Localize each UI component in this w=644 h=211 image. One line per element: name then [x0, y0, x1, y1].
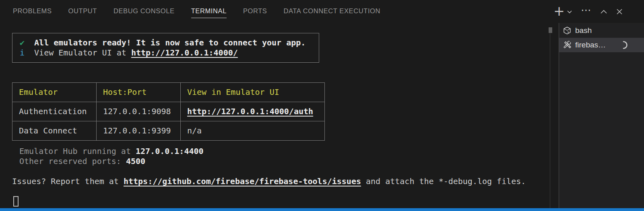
issues-link[interactable]: https://github.com/firebase/firebase-too…: [124, 176, 361, 186]
new-terminal-plus-icon[interactable]: +: [553, 4, 565, 18]
hub-info-block: Emulator Hub running at 127.0.0.1:4400 O…: [12, 146, 549, 166]
scrollbar-track: [550, 28, 550, 208]
tab-terminal[interactable]: TERMINAL: [191, 5, 227, 18]
hub-prefix: Emulator Hub running at: [19, 146, 136, 156]
terminal-scrollbar[interactable]: [549, 23, 559, 208]
issues-prefix: Issues? Report them at: [12, 176, 124, 186]
table-row: Authentication 127.0.0.1:9098 http://127…: [12, 102, 325, 121]
ready-message-text: All emulators ready! It is now safe to c…: [34, 38, 305, 47]
header-host-port: Host:Port: [97, 83, 181, 102]
terminal-list-label: firebas…: [575, 41, 606, 49]
reserved-ports-value: 4500: [126, 156, 145, 166]
tab-data-connect-execution[interactable]: DATA CONNECT EXECUTION: [283, 5, 380, 18]
cell-host-port: 127.0.0.1:9098: [97, 102, 181, 121]
terminal-list-sidebar: $ bash firebas…: [559, 23, 644, 208]
cell-emulator-name: Authentication: [12, 102, 97, 121]
emulator-ui-link[interactable]: http://127.0.0.1:4000/: [131, 48, 238, 57]
close-panel-x-icon[interactable]: [616, 8, 623, 15]
terminal-cursor: [13, 196, 19, 207]
header-emulator: Emulator: [12, 83, 97, 102]
emulator-ui-line: iView Emulator UI at http://127.0.0.1:40…: [20, 48, 315, 58]
check-icon: ✔: [20, 38, 25, 47]
cell-view-ui: n/a: [181, 121, 325, 141]
panel-main: ✔All emulators ready! It is now safe to …: [0, 23, 644, 208]
terminal-list-item-bash[interactable]: $ bash: [559, 23, 644, 38]
launch-profile-chevron-down-icon[interactable]: [567, 10, 572, 14]
loading-spinner-icon: [619, 41, 628, 49]
more-actions-ellipsis-icon[interactable]: ⋯: [581, 5, 592, 15]
terminal-list-item-firebase[interactable]: firebas…: [559, 38, 644, 52]
tab-debug-console[interactable]: DEBUG CONSOLE: [114, 5, 175, 18]
svg-text:$: $: [568, 31, 569, 34]
auth-emulator-ui-link[interactable]: http://127.0.0.1:4000/auth: [187, 107, 313, 116]
info-icon: i: [20, 48, 25, 57]
header-view-ui: View in Emulator UI: [181, 83, 325, 102]
tab-ports[interactable]: PORTS: [243, 5, 267, 18]
terminal-list-label: bash: [575, 26, 592, 35]
issues-line: Issues? Report them at https://github.co…: [12, 176, 549, 186]
terminal-output-area[interactable]: ✔All emulators ready! It is now safe to …: [0, 23, 549, 208]
panel-tab-bar: PROBLEMS OUTPUT DEBUG CONSOLE TERMINAL P…: [0, 0, 644, 23]
ready-message-line: ✔All emulators ready! It is now safe to …: [20, 38, 315, 48]
scrollbar-thumb[interactable]: [549, 27, 552, 33]
table-row: Data Connect 127.0.0.1:9399 n/a: [12, 121, 325, 141]
reserved-ports-line: Other reserved ports: 4500: [19, 156, 549, 166]
maximize-panel-chevron-up-icon[interactable]: [600, 9, 607, 14]
table-header-row: Emulator Host:Port View in Emulator UI: [12, 83, 325, 102]
hub-address: 127.0.0.1:4400: [136, 146, 204, 156]
cell-host-port: 127.0.0.1:9399: [97, 121, 181, 141]
tools-wrench-screwdriver-icon: [562, 40, 572, 50]
emulator-ui-prefix: View Emulator UI at: [34, 48, 131, 57]
tab-problems[interactable]: PROBLEMS: [13, 5, 52, 18]
emulators-ready-box: ✔All emulators ready! It is now safe to …: [12, 33, 319, 63]
issues-suffix: and attach the *-debug.log files.: [361, 176, 526, 186]
new-terminal-split-button: +: [553, 6, 572, 18]
reserved-prefix: Other reserved ports:: [19, 156, 126, 166]
cell-emulator-name: Data Connect: [12, 121, 97, 141]
emulator-table: Emulator Host:Port View in Emulator UI A…: [12, 82, 325, 141]
tab-output[interactable]: OUTPUT: [68, 5, 97, 18]
panel-bottom-accent-bar: [0, 208, 644, 211]
bash-cube-icon: $: [562, 26, 572, 35]
hub-line: Emulator Hub running at 127.0.0.1:4400: [19, 146, 549, 156]
panel-actions: + ⋯: [553, 0, 623, 23]
